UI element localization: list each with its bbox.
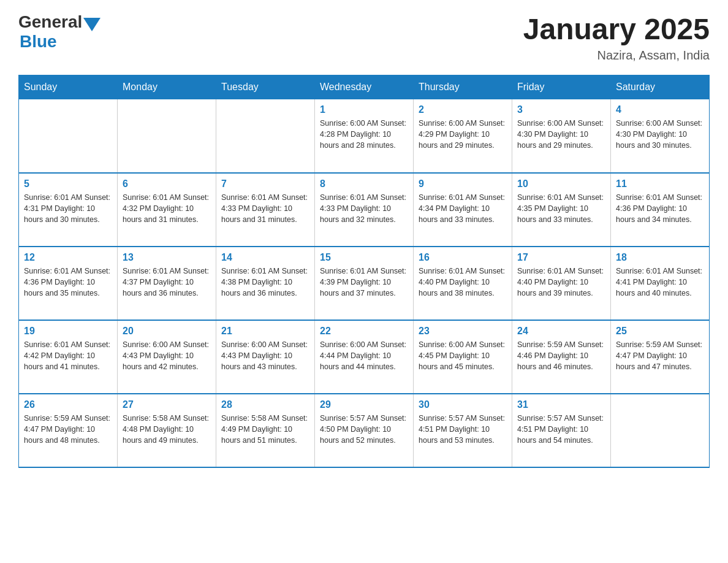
day-of-week-header: Sunday — [19, 75, 118, 99]
calendar-day-cell: 12Sunrise: 6:01 AM Sunset: 4:36 PM Dayli… — [19, 247, 118, 320]
day-info: Sunrise: 6:00 AM Sunset: 4:28 PM Dayligh… — [320, 118, 408, 151]
calendar-day-cell: 29Sunrise: 5:57 AM Sunset: 4:50 PM Dayli… — [315, 394, 414, 467]
calendar-day-cell: 9Sunrise: 6:01 AM Sunset: 4:34 PM Daylig… — [414, 173, 512, 247]
day-number: 21 — [221, 326, 309, 337]
day-info: Sunrise: 6:00 AM Sunset: 4:30 PM Dayligh… — [517, 118, 605, 151]
day-number: 29 — [320, 399, 408, 410]
day-number: 14 — [221, 252, 309, 263]
day-number: 27 — [123, 399, 211, 410]
day-info: Sunrise: 6:00 AM Sunset: 4:30 PM Dayligh… — [616, 118, 704, 151]
logo-triangle-icon — [83, 18, 100, 31]
day-info: Sunrise: 6:01 AM Sunset: 4:40 PM Dayligh… — [419, 266, 507, 299]
day-of-week-header: Monday — [118, 75, 216, 99]
calendar-day-cell: 6Sunrise: 6:01 AM Sunset: 4:32 PM Daylig… — [118, 173, 216, 247]
day-number: 8 — [320, 178, 408, 190]
calendar-day-cell: 14Sunrise: 6:01 AM Sunset: 4:38 PM Dayli… — [216, 247, 315, 320]
day-info: Sunrise: 6:01 AM Sunset: 4:31 PM Dayligh… — [24, 192, 112, 225]
calendar-day-cell: 23Sunrise: 6:00 AM Sunset: 4:45 PM Dayli… — [414, 320, 512, 394]
calendar-day-cell: 1Sunrise: 6:00 AM Sunset: 4:28 PM Daylig… — [315, 99, 414, 173]
day-number: 23 — [419, 326, 507, 337]
day-info: Sunrise: 6:01 AM Sunset: 4:34 PM Dayligh… — [419, 192, 507, 225]
calendar-day-cell — [216, 99, 315, 173]
day-number: 18 — [616, 252, 704, 263]
calendar-day-cell — [118, 99, 216, 173]
day-number: 22 — [320, 326, 408, 337]
calendar-day-cell: 15Sunrise: 6:01 AM Sunset: 4:39 PM Dayli… — [315, 247, 414, 320]
day-number: 31 — [517, 399, 605, 410]
calendar-week-row: 26Sunrise: 5:59 AM Sunset: 4:47 PM Dayli… — [19, 394, 710, 467]
day-of-week-header: Tuesday — [216, 75, 315, 99]
day-number: 3 — [517, 104, 605, 115]
day-info: Sunrise: 6:01 AM Sunset: 4:36 PM Dayligh… — [616, 192, 704, 225]
day-number: 15 — [320, 252, 408, 263]
calendar-day-cell: 26Sunrise: 5:59 AM Sunset: 4:47 PM Dayli… — [19, 394, 118, 467]
day-number: 4 — [616, 104, 704, 115]
day-info: Sunrise: 5:59 AM Sunset: 4:46 PM Dayligh… — [517, 339, 605, 372]
day-number: 11 — [616, 178, 704, 190]
day-info: Sunrise: 6:00 AM Sunset: 4:43 PM Dayligh… — [221, 339, 309, 372]
calendar-week-row: 5Sunrise: 6:01 AM Sunset: 4:31 PM Daylig… — [19, 173, 710, 247]
calendar-day-cell: 30Sunrise: 5:57 AM Sunset: 4:51 PM Dayli… — [414, 394, 512, 467]
day-number: 24 — [517, 326, 605, 337]
day-number: 9 — [419, 178, 507, 190]
calendar-day-cell: 25Sunrise: 5:59 AM Sunset: 4:47 PM Dayli… — [611, 320, 710, 394]
calendar-day-cell: 16Sunrise: 6:01 AM Sunset: 4:40 PM Dayli… — [414, 247, 512, 320]
calendar-day-cell: 20Sunrise: 6:00 AM Sunset: 4:43 PM Dayli… — [118, 320, 216, 394]
day-info: Sunrise: 5:57 AM Sunset: 4:50 PM Dayligh… — [320, 413, 408, 446]
day-info: Sunrise: 6:01 AM Sunset: 4:32 PM Dayligh… — [123, 192, 211, 225]
logo: General Blue — [18, 12, 100, 52]
day-number: 7 — [221, 178, 309, 190]
calendar-day-cell: 8Sunrise: 6:01 AM Sunset: 4:33 PM Daylig… — [315, 173, 414, 247]
calendar-day-cell: 7Sunrise: 6:01 AM Sunset: 4:33 PM Daylig… — [216, 173, 315, 247]
day-number: 16 — [419, 252, 507, 263]
calendar-day-cell: 22Sunrise: 6:00 AM Sunset: 4:44 PM Dayli… — [315, 320, 414, 394]
calendar-table: SundayMondayTuesdayWednesdayThursdayFrid… — [18, 75, 710, 468]
day-number: 5 — [24, 178, 112, 190]
day-info: Sunrise: 6:01 AM Sunset: 4:42 PM Dayligh… — [24, 339, 112, 372]
calendar-day-cell: 10Sunrise: 6:01 AM Sunset: 4:35 PM Dayli… — [512, 173, 611, 247]
day-info: Sunrise: 6:01 AM Sunset: 4:33 PM Dayligh… — [221, 192, 309, 225]
calendar-day-cell: 4Sunrise: 6:00 AM Sunset: 4:30 PM Daylig… — [611, 99, 710, 173]
calendar-day-cell: 18Sunrise: 6:01 AM Sunset: 4:41 PM Dayli… — [611, 247, 710, 320]
day-number: 1 — [320, 104, 408, 115]
day-of-week-header: Thursday — [414, 75, 512, 99]
day-info: Sunrise: 6:00 AM Sunset: 4:44 PM Dayligh… — [320, 339, 408, 372]
calendar-day-cell: 2Sunrise: 6:00 AM Sunset: 4:29 PM Daylig… — [414, 99, 512, 173]
day-info: Sunrise: 6:01 AM Sunset: 4:36 PM Dayligh… — [24, 266, 112, 299]
day-number: 28 — [221, 399, 309, 410]
logo-blue-text: Blue — [20, 32, 100, 52]
calendar-day-cell: 21Sunrise: 6:00 AM Sunset: 4:43 PM Dayli… — [216, 320, 315, 394]
day-number: 6 — [123, 178, 211, 190]
title-area: January 2025 Nazira, Assam, India — [523, 12, 710, 63]
day-info: Sunrise: 6:01 AM Sunset: 4:38 PM Dayligh… — [221, 266, 309, 299]
day-number: 12 — [24, 252, 112, 263]
day-number: 20 — [123, 326, 211, 337]
day-number: 13 — [123, 252, 211, 263]
day-info: Sunrise: 6:01 AM Sunset: 4:33 PM Dayligh… — [320, 192, 408, 225]
calendar-day-cell: 31Sunrise: 5:57 AM Sunset: 4:51 PM Dayli… — [512, 394, 611, 467]
day-info: Sunrise: 5:58 AM Sunset: 4:49 PM Dayligh… — [221, 413, 309, 446]
day-info: Sunrise: 5:57 AM Sunset: 4:51 PM Dayligh… — [517, 413, 605, 446]
day-info: Sunrise: 6:00 AM Sunset: 4:29 PM Dayligh… — [419, 118, 507, 151]
day-info: Sunrise: 6:01 AM Sunset: 4:39 PM Dayligh… — [320, 266, 408, 299]
calendar-week-row: 12Sunrise: 6:01 AM Sunset: 4:36 PM Dayli… — [19, 247, 710, 320]
calendar-title: January 2025 — [523, 12, 710, 46]
calendar-header-row: SundayMondayTuesdayWednesdayThursdayFrid… — [19, 75, 710, 99]
calendar-subtitle: Nazira, Assam, India — [523, 48, 710, 63]
day-info: Sunrise: 6:01 AM Sunset: 4:35 PM Dayligh… — [517, 192, 605, 225]
day-info: Sunrise: 5:57 AM Sunset: 4:51 PM Dayligh… — [419, 413, 507, 446]
day-number: 19 — [24, 326, 112, 337]
day-of-week-header: Wednesday — [315, 75, 414, 99]
calendar-day-cell — [611, 394, 710, 467]
logo-general-text: General — [18, 12, 82, 32]
calendar-day-cell: 11Sunrise: 6:01 AM Sunset: 4:36 PM Dayli… — [611, 173, 710, 247]
calendar-day-cell: 28Sunrise: 5:58 AM Sunset: 4:49 PM Dayli… — [216, 394, 315, 467]
day-number: 26 — [24, 399, 112, 410]
day-number: 2 — [419, 104, 507, 115]
day-number: 30 — [419, 399, 507, 410]
day-of-week-header: Saturday — [611, 75, 710, 99]
calendar-day-cell: 5Sunrise: 6:01 AM Sunset: 4:31 PM Daylig… — [19, 173, 118, 247]
day-info: Sunrise: 6:00 AM Sunset: 4:43 PM Dayligh… — [123, 339, 211, 372]
day-of-week-header: Friday — [512, 75, 611, 99]
day-info: Sunrise: 6:00 AM Sunset: 4:45 PM Dayligh… — [419, 339, 507, 372]
